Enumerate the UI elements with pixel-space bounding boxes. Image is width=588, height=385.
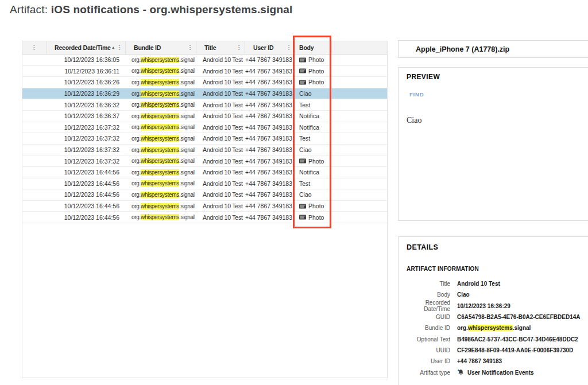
table-row[interactable]: 10/12/2023 16:37:32 org.whispersystems.s… <box>22 145 387 156</box>
table-row[interactable]: 10/12/2023 16:44:56 org.whispersystems.s… <box>22 167 387 178</box>
camera-icon <box>299 68 306 73</box>
table-row[interactable]: 10/12/2023 16:37:32 org.whispersystems.s… <box>22 133 387 145</box>
camera-icon <box>299 158 306 164</box>
body-cell: Ciao <box>295 191 332 198</box>
detail-field-label: GUID <box>399 314 450 320</box>
bundle-id-cell: org.whispersystems.signal <box>126 68 196 74</box>
user-id-cell: +44 7867 349183 <box>245 102 295 108</box>
bundle-id-cell: org.whispersystems.signal <box>126 57 196 63</box>
user-id-cell: +44 7867 349183 <box>245 79 295 85</box>
detail-field-value: org.whispersystems.signal <box>457 325 531 331</box>
detail-field-value-text: C6A54798-B2A5-4E76-B0A2-CE6EFBDED14A <box>457 314 581 320</box>
page-title-prefix: Artifact: <box>10 3 48 15</box>
detail-field-value: C6A54798-B2A5-4E76-B0A2-CE6EFBDED14A <box>457 314 581 320</box>
detail-field-label: User ID <box>399 358 450 364</box>
evidence-source-header[interactable]: Apple_iPhone 7 (A1778).zip <box>398 40 588 58</box>
body-text: Notifica <box>299 112 319 119</box>
detail-field-label: Title <box>399 281 450 287</box>
detail-field-value-text: +44 7867 349183 <box>457 358 502 364</box>
user-id-cell: +44 7867 349183 <box>245 56 295 63</box>
detail-field-value-highlighted: org.whispersystems.signal <box>457 325 531 331</box>
column-menu-icon[interactable] <box>117 45 122 50</box>
title-cell: Android 10 Test <box>196 158 245 165</box>
detail-field-value: Ciao <box>457 291 470 298</box>
body-cell: Notifica <box>295 169 332 176</box>
column-menu-icon[interactable] <box>286 45 292 50</box>
recorded-datetime-cell: 10/12/2023 16:36:26 <box>47 79 126 85</box>
detail-field-label: Bundle ID <box>399 325 450 331</box>
user-notification-events-icon <box>457 369 465 376</box>
table-row[interactable]: 10/12/2023 16:36:32 org.whispersystems.s… <box>22 99 387 111</box>
detail-field-label: Optional Text <box>399 336 450 343</box>
body-cell: Notifica <box>295 112 332 119</box>
title-cell: Android 10 Test <box>196 90 245 97</box>
body-cell: Photo <box>295 214 332 221</box>
body-text: Photo <box>308 214 324 221</box>
title-cell: Android 10 Test <box>196 112 245 119</box>
recorded-datetime-cell: 10/12/2023 16:44:56 <box>47 203 126 209</box>
column-header-menu[interactable] <box>22 41 47 54</box>
body-cell: Photo <box>295 56 332 63</box>
table-row[interactable]: 10/12/2023 16:44:56 org.whispersystems.s… <box>22 201 387 212</box>
recorded-datetime-cell: 10/12/2023 16:37:32 <box>47 158 126 165</box>
page-title: Artifact: iOS notifications - org.whispe… <box>10 3 292 16</box>
detail-field-value: Android 10 Test <box>457 281 500 287</box>
body-text: Photo <box>308 158 324 165</box>
title-cell: Android 10 Test <box>196 68 245 75</box>
sort-ascending-icon[interactable] <box>111 46 115 50</box>
detail-field-value-text: User Notification Events <box>467 370 534 376</box>
detail-field-value: B4986AC2-5737-43CC-BC47-34D46E48DDC2 <box>457 336 578 343</box>
user-id-cell: +44 7867 349183 <box>245 158 295 165</box>
body-text: Test <box>299 102 310 108</box>
column-menu-icon[interactable] <box>32 45 37 50</box>
detail-field-row: Optional Text B4986AC2-5737-43CC-BC47-34… <box>399 333 588 344</box>
body-text: Ciao <box>299 146 312 153</box>
column-header-title[interactable]: Title <box>196 41 245 54</box>
preview-panel: PREVIEW FIND Ciao <box>398 67 588 221</box>
recorded-datetime-cell: 10/12/2023 16:37:32 <box>47 124 126 131</box>
recorded-datetime-cell: 10/12/2023 16:44:56 <box>47 214 126 221</box>
column-header-user-id[interactable]: User ID <box>245 41 295 54</box>
column-header-bundle-id[interactable]: Bundle ID <box>126 41 196 54</box>
column-label: User ID <box>253 44 273 51</box>
column-label: Recorded Date/Time <box>55 44 111 51</box>
table-row[interactable]: 10/12/2023 16:36:26 org.whispersystems.s… <box>22 77 387 88</box>
table-row[interactable]: 10/12/2023 16:44:56 org.whispersystems.s… <box>22 212 387 223</box>
details-heading: DETAILS <box>407 243 438 251</box>
recorded-datetime-cell: 10/12/2023 16:36:11 <box>47 68 126 75</box>
title-cell: Android 10 Test <box>196 102 245 108</box>
table-body: 10/12/2023 16:36:05 org.whispersystems.s… <box>22 55 387 378</box>
column-header-filler <box>332 41 387 54</box>
table-row[interactable]: 10/12/2023 16:37:32 org.whispersystems.s… <box>22 122 387 134</box>
body-text: Photo <box>308 203 324 209</box>
column-label: Body <box>299 44 314 51</box>
table-row[interactable]: 10/12/2023 16:44:56 org.whispersystems.s… <box>22 189 387 201</box>
table-header-row: Recorded Date/Time Bundle ID Title User … <box>22 41 387 55</box>
table-row[interactable]: 10/12/2023 16:37:32 org.whispersystems.s… <box>22 155 387 167</box>
user-id-cell: +44 7867 349183 <box>245 124 295 131</box>
recorded-datetime-cell: 10/12/2023 16:44:56 <box>47 191 126 198</box>
table-row[interactable]: 10/12/2023 16:44:56 org.whispersystems.s… <box>22 178 387 190</box>
table-row[interactable]: 10/12/2023 16:36:11 org.whispersystems.s… <box>22 66 387 77</box>
column-tools <box>236 45 245 50</box>
body-text: Ciao <box>299 90 312 97</box>
body-cell: Photo <box>295 79 332 85</box>
body-text: Test <box>299 180 310 187</box>
title-cell: Android 10 Test <box>196 214 245 221</box>
bundle-id-cell: org.whispersystems.signal <box>126 91 196 97</box>
body-text: Test <box>299 135 310 142</box>
bundle-id-cell: org.whispersystems.signal <box>126 203 196 209</box>
bundle-id-cell: org.whispersystems.signal <box>126 113 196 119</box>
column-menu-icon[interactable] <box>236 45 242 50</box>
recorded-datetime-cell: 10/12/2023 16:37:32 <box>47 135 126 142</box>
column-menu-icon[interactable] <box>187 45 193 50</box>
table-row[interactable]: 10/12/2023 16:36:37 org.whispersystems.s… <box>22 111 387 122</box>
table-row[interactable]: 10/12/2023 16:36:29 org.whispersystems.s… <box>22 88 387 100</box>
title-cell: Android 10 Test <box>196 135 245 142</box>
column-header-body[interactable]: Body <box>295 41 332 54</box>
table-row[interactable]: 10/12/2023 16:36:05 org.whispersystems.s… <box>22 55 387 66</box>
find-link[interactable]: FIND <box>409 91 424 98</box>
body-cell: Test <box>295 102 332 108</box>
column-header-recorded-datetime[interactable]: Recorded Date/Time <box>47 41 126 54</box>
detail-field-value: 10/12/2023 16:36:29 <box>457 303 510 309</box>
